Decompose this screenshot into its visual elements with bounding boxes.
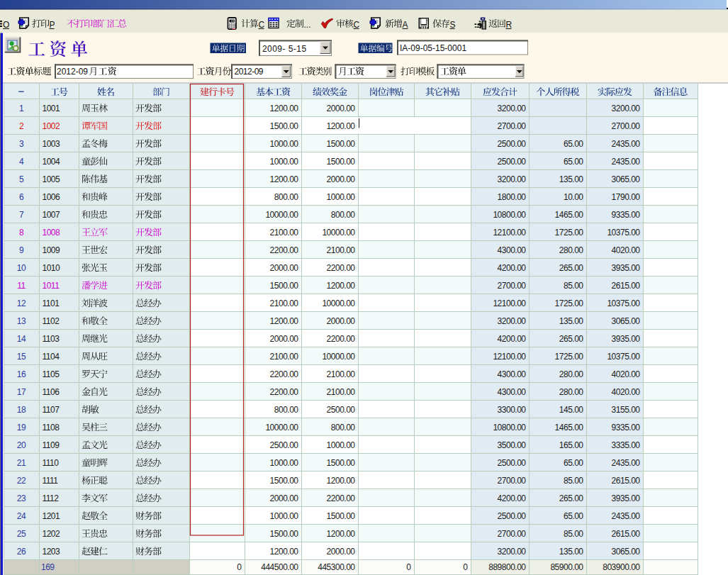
svg-text:3935.00: 3935.00 xyxy=(612,493,641,503)
svg-text:2500.00: 2500.00 xyxy=(327,405,356,415)
svg-text:26: 26 xyxy=(17,547,26,557)
svg-text:4020.00: 4020.00 xyxy=(612,369,641,379)
svg-text:65.00: 65.00 xyxy=(564,157,583,167)
svg-text:1007: 1007 xyxy=(43,210,61,220)
svg-text:1200.00: 1200.00 xyxy=(270,174,299,184)
svg-text:1500.00: 1500.00 xyxy=(327,511,356,521)
svg-text:85.00: 85.00 xyxy=(564,476,583,486)
svg-text:1003: 1003 xyxy=(43,139,61,149)
svg-text:2000.00: 2000.00 xyxy=(327,104,356,113)
svg-text:445300.00: 445300.00 xyxy=(318,562,355,572)
svg-text:0: 0 xyxy=(463,562,468,572)
svg-text:4200.00: 4200.00 xyxy=(498,493,527,503)
svg-text:1500.00: 1500.00 xyxy=(270,121,299,131)
svg-text:800.00: 800.00 xyxy=(331,210,356,220)
svg-text:2435.00: 2435.00 xyxy=(612,139,641,149)
svg-text:1500.00: 1500.00 xyxy=(270,476,299,486)
svg-text:1725.00: 1725.00 xyxy=(555,228,584,238)
svg-text:...: ... xyxy=(304,20,311,30)
svg-text:1465.00: 1465.00 xyxy=(555,210,584,220)
svg-text:1000.00: 1000.00 xyxy=(270,458,299,468)
svg-text:1203: 1203 xyxy=(43,547,61,557)
svg-text:1200.00: 1200.00 xyxy=(327,529,356,539)
svg-text:1: 1 xyxy=(19,104,24,113)
svg-text:9335.00: 9335.00 xyxy=(612,423,641,432)
svg-text:2000.00: 2000.00 xyxy=(327,316,356,326)
svg-text:1108: 1108 xyxy=(43,423,60,432)
svg-text:R: R xyxy=(506,20,513,30)
svg-text:2700.00: 2700.00 xyxy=(612,121,641,131)
svg-text:1465.00: 1465.00 xyxy=(555,423,584,432)
svg-text:3935.00: 3935.00 xyxy=(612,263,641,273)
svg-text:1500.00: 1500.00 xyxy=(270,529,299,539)
svg-text:2200.00: 2200.00 xyxy=(327,263,356,273)
svg-text:19: 19 xyxy=(17,423,26,432)
svg-text:1200.00: 1200.00 xyxy=(327,281,356,291)
svg-text:10375.00: 10375.00 xyxy=(607,228,640,238)
svg-text:1500.00: 1500.00 xyxy=(327,157,356,167)
svg-text:1112: 1112 xyxy=(43,493,60,503)
svg-text:2100.00: 2100.00 xyxy=(270,228,299,238)
svg-text:1000.00: 1000.00 xyxy=(270,139,299,149)
svg-text:1101: 1101 xyxy=(43,298,60,308)
svg-text:2200.00: 2200.00 xyxy=(327,493,356,503)
svg-text:3935.00: 3935.00 xyxy=(612,334,641,344)
svg-text:2700.00: 2700.00 xyxy=(498,529,527,539)
svg-text:1008: 1008 xyxy=(43,228,61,238)
svg-text:0: 0 xyxy=(237,562,242,572)
svg-text:1201: 1201 xyxy=(43,511,61,521)
svg-text:3500.00: 3500.00 xyxy=(498,440,527,450)
svg-text:2200.00: 2200.00 xyxy=(270,369,299,379)
svg-text:65.00: 65.00 xyxy=(564,511,583,521)
svg-text:S: S xyxy=(450,20,456,30)
svg-text:1202: 1202 xyxy=(43,529,61,539)
svg-text:2500.00: 2500.00 xyxy=(498,157,527,167)
svg-text:C: C xyxy=(259,20,265,30)
svg-text:12100.00: 12100.00 xyxy=(493,352,526,362)
svg-text:2100.00: 2100.00 xyxy=(270,352,299,362)
svg-text:2000.00: 2000.00 xyxy=(270,334,299,344)
svg-text:3200.00: 3200.00 xyxy=(612,104,641,113)
svg-text:280.00: 280.00 xyxy=(559,369,584,379)
svg-text:3200.00: 3200.00 xyxy=(498,316,527,326)
svg-text:135.00: 135.00 xyxy=(559,547,584,557)
svg-text:1000.00: 1000.00 xyxy=(327,192,356,202)
svg-text:11: 11 xyxy=(17,281,26,291)
svg-text:2012-09: 2012-09 xyxy=(57,67,88,77)
svg-text:889800.00: 889800.00 xyxy=(488,562,526,572)
svg-text:169: 169 xyxy=(41,562,55,572)
svg-text:10: 10 xyxy=(17,263,26,273)
svg-text:2500.00: 2500.00 xyxy=(270,440,299,450)
svg-text:2200.00: 2200.00 xyxy=(327,334,356,344)
svg-text:85.00: 85.00 xyxy=(564,529,583,539)
svg-text:3065.00: 3065.00 xyxy=(612,174,641,184)
svg-text:4300.00: 4300.00 xyxy=(498,369,527,379)
svg-text:17: 17 xyxy=(17,387,26,397)
svg-text:1200.00: 1200.00 xyxy=(270,104,299,113)
svg-text:85.00: 85.00 xyxy=(564,281,583,291)
svg-text:1009: 1009 xyxy=(43,245,61,255)
svg-text:2615.00: 2615.00 xyxy=(612,476,641,486)
svg-text:2: 2 xyxy=(19,121,24,131)
svg-text:65.00: 65.00 xyxy=(564,458,583,468)
svg-text:12: 12 xyxy=(17,298,26,308)
svg-text:135.00: 135.00 xyxy=(559,316,584,326)
svg-text:165.00: 165.00 xyxy=(559,440,584,450)
svg-text:1200.00: 1200.00 xyxy=(270,316,299,326)
svg-text:3155.00: 3155.00 xyxy=(612,405,641,415)
svg-text:10375.00: 10375.00 xyxy=(607,352,640,362)
svg-text:1109: 1109 xyxy=(43,440,60,450)
svg-text:24: 24 xyxy=(17,511,26,521)
svg-text:2100.00: 2100.00 xyxy=(327,245,356,255)
svg-text:1002: 1002 xyxy=(43,121,61,131)
svg-text:1103: 1103 xyxy=(43,334,60,344)
svg-text:1106: 1106 xyxy=(43,387,60,397)
svg-text:145.00: 145.00 xyxy=(559,405,584,415)
svg-text:1111: 1111 xyxy=(43,476,59,486)
svg-text:C: C xyxy=(354,20,360,30)
svg-text:6: 6 xyxy=(19,192,24,202)
svg-text:10000.00: 10000.00 xyxy=(322,228,355,238)
svg-text:800.00: 800.00 xyxy=(274,405,299,415)
svg-text:9: 9 xyxy=(19,245,24,255)
svg-text:2500.00: 2500.00 xyxy=(498,511,527,521)
